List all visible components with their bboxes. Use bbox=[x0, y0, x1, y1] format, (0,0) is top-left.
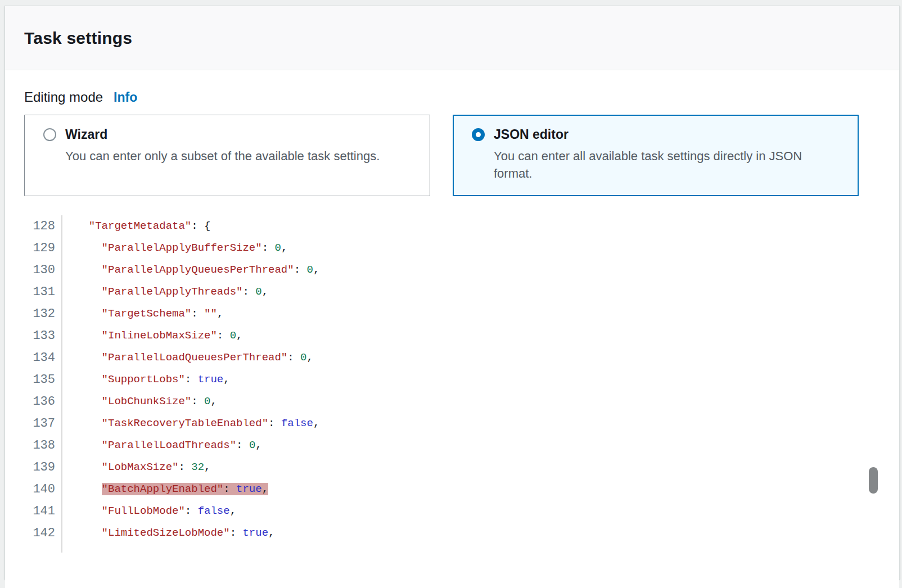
code-line[interactable]: 138 "ParallelLoadThreads": 0, bbox=[5, 435, 899, 456]
info-link[interactable]: Info bbox=[114, 90, 137, 105]
panel-header: Task settings bbox=[5, 6, 899, 70]
code-line[interactable]: 130 "ParallelApplyQueuesPerThread": 0, bbox=[5, 259, 899, 281]
tile-json-editor-label: JSON editor bbox=[494, 127, 569, 142]
line-number: 138 bbox=[5, 435, 62, 456]
line-number: 140 bbox=[5, 478, 62, 500]
code-content[interactable]: "LimitedSizeLobMode": true, bbox=[62, 522, 274, 544]
code-line[interactable]: 136 "LobChunkSize": 0, bbox=[5, 391, 899, 413]
code-lines: 128 "TargetMetadata": {129 "ParallelAppl… bbox=[5, 215, 899, 544]
code-content[interactable]: "TargetSchema": "", bbox=[62, 303, 223, 325]
line-number: 132 bbox=[5, 303, 62, 325]
code-content[interactable]: "LobMaxSize": 32, bbox=[62, 456, 210, 478]
code-line[interactable]: 132 "TargetSchema": "", bbox=[5, 303, 899, 325]
line-number: 135 bbox=[5, 369, 62, 391]
code-content[interactable]: "InlineLobMaxSize": 0, bbox=[62, 325, 242, 347]
code-line[interactable]: 140 "BatchApplyEnabled": true, bbox=[5, 478, 899, 500]
code-line[interactable]: 128 "TargetMetadata": { bbox=[5, 215, 899, 237]
code-content[interactable]: "SupportLobs": true, bbox=[62, 369, 230, 391]
task-settings-panel: Task settings Editing mode Info Wizard Y… bbox=[4, 6, 900, 579]
code-content[interactable]: "FullLobMode": false, bbox=[62, 500, 236, 522]
code-content[interactable]: "ParallelApplyBufferSize": 0, bbox=[62, 237, 287, 259]
code-content[interactable]: "ParallelApplyThreads": 0, bbox=[62, 281, 268, 303]
line-number: 128 bbox=[5, 215, 62, 237]
line-number: 142 bbox=[5, 522, 62, 544]
tile-json-editor-top: JSON editor bbox=[472, 127, 846, 142]
line-number: 137 bbox=[5, 413, 62, 435]
code-content[interactable]: "TaskRecoveryTableEnabled": false, bbox=[62, 413, 319, 435]
json-editor-radio-icon[interactable] bbox=[472, 128, 485, 141]
code-line[interactable]: 133 "InlineLobMaxSize": 0, bbox=[5, 325, 899, 347]
line-number: 136 bbox=[5, 391, 62, 413]
code-content[interactable]: "ParallelLoadThreads": 0, bbox=[62, 435, 262, 456]
scrollbar-thumb[interactable] bbox=[869, 467, 878, 494]
tile-wizard-top: Wizard bbox=[43, 127, 417, 142]
code-content[interactable]: "LobChunkSize": 0, bbox=[62, 391, 217, 413]
tile-json-editor-description: You can enter all available task setting… bbox=[494, 147, 842, 182]
code-line[interactable]: 137 "TaskRecoveryTableEnabled": false, bbox=[5, 413, 899, 435]
code-line[interactable]: 139 "LobMaxSize": 32, bbox=[5, 456, 899, 478]
page-title: Task settings bbox=[24, 29, 132, 48]
tile-wizard-description: You can enter only a subset of the avail… bbox=[65, 147, 414, 165]
code-content[interactable]: "ParallelLoadQueuesPerThread": 0, bbox=[62, 347, 313, 369]
code-line[interactable]: 135 "SupportLobs": true, bbox=[5, 369, 899, 391]
line-number: 131 bbox=[5, 281, 62, 303]
editing-mode-row: Editing mode Info bbox=[24, 89, 899, 105]
line-number: 129 bbox=[5, 237, 62, 259]
tile-json-editor[interactable]: JSON editor You can enter all available … bbox=[453, 115, 859, 196]
json-code-editor[interactable]: 128 "TargetMetadata": {129 "ParallelAppl… bbox=[5, 215, 899, 553]
code-content[interactable]: "TargetMetadata": { bbox=[62, 215, 210, 237]
line-number: 141 bbox=[5, 500, 62, 522]
code-line[interactable]: 129 "ParallelApplyBufferSize": 0, bbox=[5, 237, 899, 259]
code-line[interactable]: 134 "ParallelLoadQueuesPerThread": 0, bbox=[5, 347, 899, 369]
editing-mode-tiles: Wizard You can enter only a subset of th… bbox=[24, 115, 880, 196]
code-gutter-tail bbox=[5, 544, 899, 553]
line-number: 133 bbox=[5, 325, 62, 347]
line-number: 134 bbox=[5, 347, 62, 369]
code-content[interactable]: "BatchApplyEnabled": true, bbox=[62, 478, 268, 500]
line-number: 139 bbox=[5, 456, 62, 478]
code-line[interactable]: 131 "ParallelApplyThreads": 0, bbox=[5, 281, 899, 303]
wizard-radio-icon[interactable] bbox=[43, 128, 56, 141]
line-number: 130 bbox=[5, 259, 62, 281]
highlighted-code[interactable]: "BatchApplyEnabled": true, bbox=[102, 483, 268, 495]
panel-body: Editing mode Info Wizard You can enter o… bbox=[5, 89, 899, 588]
tile-wizard[interactable]: Wizard You can enter only a subset of th… bbox=[24, 115, 430, 196]
editing-mode-label: Editing mode bbox=[24, 89, 103, 105]
code-line[interactable]: 141 "FullLobMode": false, bbox=[5, 500, 899, 522]
tile-wizard-label: Wizard bbox=[65, 127, 107, 142]
code-content[interactable]: "ParallelApplyQueuesPerThread": 0, bbox=[62, 259, 319, 281]
code-line[interactable]: 142 "LimitedSizeLobMode": true, bbox=[5, 522, 899, 544]
